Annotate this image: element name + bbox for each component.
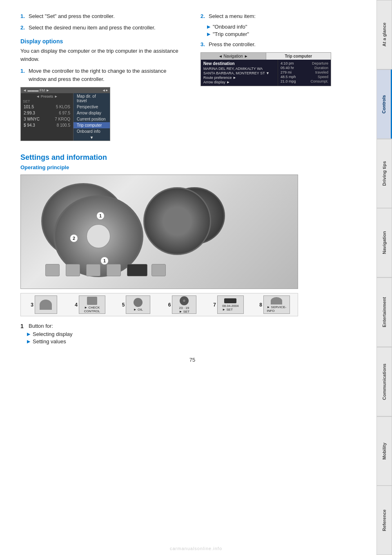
trip-top-bar: ◄ Navigation ► Trip computer: [201, 53, 331, 60]
left-column: 1. Select "Set" and press the controller…: [20, 12, 184, 141]
trip-row-duration: 05:40 hr Duration: [281, 66, 328, 70]
sidebar-tab-controls[interactable]: Controls: [376, 69, 392, 139]
trip-duration-val: Duration: [314, 66, 328, 70]
button-list: 1 Button for: ▶ Selecting display ▶ Sett…: [20, 323, 364, 345]
operating-heading: Operating principle: [20, 164, 364, 170]
sidebar-tab-at-a-glance[interactable]: At a glance: [376, 0, 392, 69]
r-arrow-2: ▶: [207, 32, 210, 36]
settings-heading: Settings and information: [20, 153, 364, 162]
button-sub-1-text: Selecting display: [33, 331, 73, 337]
sc-presets: ◄ Presets ►: [22, 94, 72, 99]
step-1b-num: 1.: [20, 67, 26, 83]
sidebar-tab-driving-tips[interactable]: Driving tips: [376, 139, 392, 208]
icon-label-5: ► OIL: [134, 308, 143, 311]
sc-row-3-left: $ 94.3: [24, 123, 54, 128]
sc-top-right: ◄●: [102, 88, 108, 92]
top-section: 1. Select "Set" and press the controller…: [20, 12, 364, 141]
icon-group-5: 5 ► OIL: [113, 295, 159, 314]
icon-num-7: 7: [213, 302, 216, 308]
sc-menu-onboard: Onboard info: [74, 128, 110, 134]
step-1b-text: Move the controller to the right to chan…: [29, 67, 184, 83]
r-sub-1-text: "Onboard info": [213, 24, 247, 30]
trip-body: New destination MARINA DEL REY, ADMIKALT…: [201, 60, 331, 86]
trip-dest-heading: New destination: [203, 61, 275, 66]
dashboard-container: 1 2 1 3: [20, 175, 298, 316]
page-number: 75: [20, 357, 364, 363]
sc-set-label: SET: [22, 99, 72, 104]
main-content: 1. Select "Set" and press the controller…: [0, 0, 376, 375]
button-arrow-2: ▶: [27, 339, 30, 344]
button-sub-2: ▶ Setting values: [27, 338, 364, 345]
trip-left-panel: New destination MARINA DEL REY, ADMIKALT…: [201, 60, 278, 86]
sc-row-1-right: 6 97.5: [59, 111, 70, 115]
trip-row-departure: 4:10 pm Departure: [281, 61, 328, 65]
step-2: 2. Select the desired menu item and pres…: [20, 24, 184, 32]
sc-menu-down: ▼: [74, 134, 110, 141]
step-1-text: Select "Set" and press the controller.: [29, 12, 115, 20]
icon-group-8: 8 ► SERVICE-INFO: [252, 295, 298, 314]
icon-label-6: 23 : 19► SET: [179, 306, 189, 313]
icon-group-4: 4 ► CHECKCONTROL: [67, 295, 113, 314]
sc-menu-current: Current position: [74, 116, 110, 122]
settings-section: Settings and information Operating princ…: [20, 153, 364, 345]
trip-dest-2: SANTA BARBARA, MONTERREY ST ▼: [203, 71, 275, 75]
sidebar-tab-reference[interactable]: Reference: [376, 486, 392, 555]
left-screenshot: ◄ ▬▬▬ FM ► ◄● ◄ Presets ► SET 101.5 5 KL…: [20, 87, 110, 141]
icon-box-4: ► CHECKCONTROL: [79, 295, 105, 314]
r-sub-2-text: "Trip computer": [213, 31, 249, 37]
button-sub-2-text: Setting values: [33, 338, 66, 345]
icon-group-7: 7 08.04.2004► SET: [205, 295, 252, 314]
trip-comp-tab: Trip computer: [266, 53, 331, 60]
icon-num-6: 6: [168, 302, 171, 308]
sidebar-tab-navigation[interactable]: Navigation: [376, 208, 392, 278]
icon-num-3: 3: [31, 302, 33, 308]
trip-traveled-val: traveled: [315, 70, 328, 74]
icon-label-8: ► SERVICE-INFO: [267, 305, 286, 313]
trip-consumpt-label: 21.0 mpg: [281, 79, 296, 83]
trip-right-panel: 4:10 pm Departure 05:40 hr Duration 279 …: [278, 60, 331, 86]
sc-menu-perspective: Perspective: [74, 104, 110, 110]
sc-menu-trip: Trip computer: [74, 122, 110, 128]
trip-departure-val: Departure: [312, 61, 328, 65]
icon-shape-3: [40, 300, 52, 310]
sc-row-2-right: 7 KROQ: [55, 117, 70, 121]
watermark: carmanualsonline.info: [170, 546, 222, 551]
icon-box-7: 08.04.2004► SET: [217, 295, 244, 314]
step-2-text: Select the desired menu item and press t…: [29, 24, 156, 32]
icon-label-4: ► CHECKCONTROL: [84, 306, 100, 313]
trip-route-pref: Route preference ►: [203, 76, 275, 80]
icon-num-8: 8: [259, 302, 262, 308]
sc-row-2-left: 3 WNYC: [24, 117, 52, 121]
button-sub-1: ▶ Selecting display: [27, 331, 364, 337]
trip-departure-label: 4:10 pm: [281, 61, 294, 65]
r-step-3: 3. Press the controller.: [200, 40, 364, 49]
icon-shape-4: [87, 297, 97, 305]
icon-shape-5: [134, 298, 143, 307]
trip-dest-1: MARINA DEL REY, ADMIKALTY WA: [203, 67, 275, 71]
trip-arrow-display: Arrow display ►: [203, 80, 275, 84]
step-2-num: 2.: [20, 24, 26, 32]
button-arrow-1: ▶: [27, 332, 30, 336]
ctrl-5: [86, 264, 100, 276]
display-options-heading: Display options: [20, 38, 184, 45]
sc-row-0: 101.5 5 KLOS: [22, 104, 72, 110]
dash-num-1a: 1: [96, 212, 105, 220]
bmw-logo: [86, 224, 111, 248]
trip-row-consumpt: 21.0 mpg Consumpt.: [281, 79, 328, 83]
sidebar-tab-mobility[interactable]: Mobility: [376, 416, 392, 486]
sc-row-2: 3 WNYC 7 KROQ: [22, 116, 72, 122]
icon-num-5: 5: [122, 302, 125, 308]
icon-shape-8: [271, 297, 282, 304]
button-label-1: Button for:: [29, 323, 53, 329]
icon-num-4: 4: [75, 302, 78, 308]
sc-row-0-left: 101.5: [24, 105, 53, 109]
sidebar-tab-communications[interactable]: Communications: [376, 347, 392, 416]
sc-row-1-left: 2:99.3: [24, 111, 56, 115]
sidebar-tab-entertainment[interactable]: Entertainment: [376, 278, 392, 347]
icon-box-8: ► SERVICE-INFO: [263, 295, 290, 314]
right-gauge: [164, 187, 225, 244]
sc-top-left: ◄ ▬▬▬ FM ►: [23, 88, 49, 92]
r-step-2-num: 2.: [200, 12, 206, 20]
r-sub-1: ▶ "Onboard info": [207, 24, 364, 30]
button-item-1: 1 Button for:: [20, 323, 364, 329]
